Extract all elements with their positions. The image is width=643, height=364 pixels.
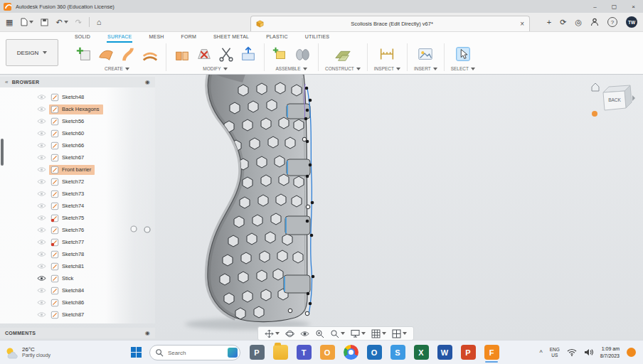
clock[interactable]: 1:09 am 8/7/2023 <box>600 346 620 359</box>
insert-group-label[interactable]: INSERT <box>414 66 437 71</box>
visibility-eye-icon[interactable] <box>37 203 46 209</box>
panel-options-icon[interactable]: ◉ <box>145 330 150 336</box>
browser-item[interactable]: Sketch86 <box>0 296 155 309</box>
visibility-eye-icon[interactable] <box>37 130 46 136</box>
ribbon-tab[interactable]: UTILITIES <box>304 33 330 43</box>
grid-settings-button[interactable] <box>371 329 386 338</box>
press-pull-button[interactable] <box>173 45 191 63</box>
maximize-button[interactable]: ▢ <box>605 0 624 13</box>
zoom-window-button[interactable] <box>315 329 324 338</box>
browser-item[interactable]: Sketch77 <box>0 236 155 248</box>
browser-item[interactable]: Back Hexagons <box>0 103 155 115</box>
split-button[interactable] <box>217 45 235 63</box>
visibility-eye-icon[interactable] <box>37 311 46 318</box>
rotate-right-icon[interactable] <box>632 95 635 101</box>
taskbar-app-icon[interactable]: F <box>482 342 501 363</box>
browser-item[interactable]: Stick <box>0 272 155 284</box>
taskbar-app-icon[interactable]: T <box>294 342 313 363</box>
modify-group-label[interactable]: MODIFY <box>203 66 227 71</box>
visibility-eye-icon[interactable] <box>37 118 46 124</box>
home-button[interactable]: ⌂ <box>97 18 102 26</box>
start-button[interactable] <box>127 343 145 363</box>
view-cube-body[interactable]: BACK <box>603 85 632 110</box>
ribbon-tab[interactable]: SHEET METAL <box>213 33 250 43</box>
browser-item[interactable]: Sketch84 <box>0 284 155 296</box>
browser-scrollbar-thumb[interactable] <box>1 139 4 166</box>
browser-item[interactable]: Sketch75 <box>0 212 155 224</box>
ribbon-tab[interactable]: PLASTIC <box>265 33 289 43</box>
browser-item[interactable]: Sketch67 <box>0 151 155 164</box>
construct-group-label[interactable]: CONSTRUCT <box>325 66 361 71</box>
select-button[interactable] <box>454 45 472 63</box>
notification-badge[interactable] <box>627 348 636 357</box>
visibility-eye-icon[interactable] <box>37 215 46 221</box>
display-settings-button[interactable] <box>351 329 366 338</box>
inspect-group-label[interactable]: INSPECT <box>374 66 400 71</box>
browser-item[interactable]: Sketch72 <box>0 176 155 188</box>
minimize-button[interactable]: – <box>585 0 605 13</box>
taskbar-app-icon[interactable]: O <box>318 342 336 363</box>
visibility-eye-icon[interactable] <box>37 299 46 306</box>
extrude-surface-button[interactable] <box>119 45 137 63</box>
browser-item[interactable]: Front barrier <box>0 164 155 176</box>
orbit-button[interactable] <box>285 329 294 338</box>
browser-item[interactable]: Sketch66 <box>0 139 155 151</box>
view-cube[interactable]: BACK <box>589 77 636 118</box>
select-group-label[interactable]: SELECT <box>451 66 475 71</box>
new-component-button[interactable] <box>271 45 289 63</box>
taskbar-app-icon[interactable]: P <box>459 342 477 363</box>
orbit-indicator-icon[interactable] <box>592 111 597 117</box>
brace-model[interactable] <box>208 74 314 322</box>
tab-close-icon[interactable]: × <box>520 20 524 28</box>
home-view-icon[interactable] <box>592 83 599 91</box>
visibility-eye-icon[interactable] <box>37 94 46 100</box>
job-status-icon[interactable]: ⟳ <box>560 18 566 27</box>
ribbon-tab[interactable]: SURFACE <box>107 33 132 43</box>
taskbar-app-icon[interactable]: S <box>388 342 407 363</box>
browser-item[interactable]: Sketch60 <box>0 127 155 139</box>
joint-button[interactable] <box>293 45 312 63</box>
taskbar-app-icon[interactable]: P <box>248 342 266 363</box>
viewports-button[interactable] <box>392 329 407 338</box>
browser-item[interactable]: Sketch81 <box>0 260 155 272</box>
save-button[interactable] <box>41 18 48 26</box>
ribbon-tab[interactable]: FORM <box>181 33 197 43</box>
taskbar-app-icon[interactable]: X <box>412 342 430 363</box>
zoom-button[interactable] <box>330 329 345 338</box>
visibility-eye-icon[interactable] <box>37 251 46 257</box>
taskbar-weather[interactable]: 26°C Partly cloudy <box>0 346 80 359</box>
undo-button[interactable]: ↶ <box>55 18 68 26</box>
taskbar-app-icon[interactable]: W <box>435 342 454 363</box>
browser-header[interactable]: « BROWSER ◉ <box>0 77 155 87</box>
close-button[interactable]: × <box>624 0 643 13</box>
visibility-eye-icon[interactable] <box>37 287 46 294</box>
browser-item[interactable]: Sketch78 <box>0 248 155 260</box>
taskbar-app-icon[interactable] <box>271 342 289 363</box>
visibility-eye-icon[interactable] <box>37 227 46 233</box>
visibility-eye-icon[interactable] <box>37 142 46 149</box>
ribbon-tab[interactable]: SOLID <box>74 33 91 43</box>
visibility-eye-icon[interactable] <box>37 263 46 269</box>
visibility-eye-icon[interactable] <box>37 106 46 112</box>
document-tab[interactable]: Scoliosis Brace (Edit Directly) v67* × <box>250 16 530 31</box>
taskbar-search[interactable] <box>149 345 240 360</box>
visibility-eye-icon[interactable] <box>37 275 46 282</box>
offset-surface-button[interactable] <box>141 45 159 63</box>
language-indicator[interactable]: ENGUS <box>550 347 560 358</box>
taskbar-app-icon[interactable]: c <box>341 342 360 363</box>
look-at-button[interactable] <box>300 331 309 337</box>
pan-button[interactable] <box>265 329 280 338</box>
user-avatar[interactable]: TW <box>626 16 637 28</box>
patch-button[interactable] <box>97 45 115 63</box>
hidden-icons-chevron[interactable]: ^ <box>539 349 542 356</box>
visibility-eye-icon[interactable] <box>37 154 46 161</box>
wifi-icon[interactable] <box>567 348 577 356</box>
comments-bar[interactable]: COMMENTS ◉ <box>0 328 155 338</box>
assemble-group-label[interactable]: ASSEMBLE <box>275 66 307 71</box>
browser-item[interactable]: Sketch76 <box>0 224 155 236</box>
extensions-icon[interactable] <box>590 18 599 26</box>
browser-item[interactable]: Sketch48 <box>0 91 155 103</box>
collapse-panel-icon[interactable]: « <box>5 79 9 85</box>
construct-plane-button[interactable] <box>334 45 352 63</box>
browser-item[interactable]: Sketch73 <box>0 188 155 200</box>
